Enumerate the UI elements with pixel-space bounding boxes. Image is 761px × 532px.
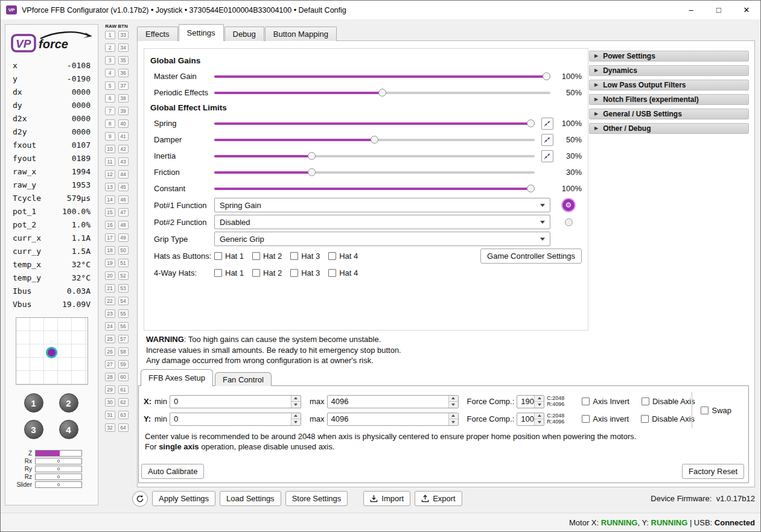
checkbox[interactable] bbox=[214, 252, 222, 260]
spin-up-button[interactable] bbox=[449, 396, 458, 402]
minimize-button[interactable]: – bbox=[677, 1, 705, 19]
checkbox[interactable] bbox=[252, 252, 260, 260]
y-min-input[interactable]: 0 bbox=[170, 413, 301, 426]
close-button[interactable]: ✕ bbox=[733, 1, 760, 19]
accordion-other-debug[interactable]: ▶Other / Debug bbox=[589, 123, 749, 134]
master-gain-slider[interactable] bbox=[214, 71, 550, 82]
checkbox-hat-4[interactable]: Hat 4 bbox=[328, 252, 358, 261]
x-force-comp-input[interactable]: 190 bbox=[517, 395, 544, 408]
inertia-curve-editor-button[interactable] bbox=[541, 150, 553, 162]
spin-up-button[interactable] bbox=[535, 396, 544, 402]
spring-curve-editor-button[interactable] bbox=[541, 118, 553, 130]
raw-btn-row: 638 bbox=[103, 94, 130, 103]
x-min-input[interactable]: 0 bbox=[170, 395, 301, 408]
checkbox[interactable] bbox=[214, 269, 222, 277]
pot-gear-icon[interactable]: ⚙ bbox=[561, 198, 576, 212]
tab-button-mapping[interactable]: Button Mapping bbox=[265, 27, 337, 41]
damper-slider[interactable] bbox=[214, 135, 535, 145]
slider-thumb[interactable] bbox=[308, 152, 316, 160]
y-disable-axis-checkbox[interactable]: Disable Axis bbox=[641, 414, 695, 423]
maximize-button[interactable]: □ bbox=[705, 1, 733, 19]
spin-up-button[interactable] bbox=[449, 413, 458, 420]
chevron-right-icon: ▶ bbox=[594, 97, 598, 102]
y-axis-invert-checkbox[interactable]: Axis invert bbox=[582, 414, 629, 423]
x-max-input[interactable]: 4096 bbox=[327, 395, 459, 408]
checkbox-hat-1[interactable]: Hat 1 bbox=[214, 252, 244, 261]
checkbox-hat-3[interactable]: Hat 3 bbox=[290, 268, 320, 277]
slider-thumb[interactable] bbox=[378, 89, 386, 97]
grip-type-select[interactable]: Generic Grip bbox=[214, 232, 550, 246]
y-force-comp-input[interactable]: 100 bbox=[517, 413, 544, 426]
checkbox-hat-1[interactable]: Hat 1 bbox=[214, 268, 244, 277]
checkbox[interactable] bbox=[582, 397, 590, 405]
pot-2-function-select[interactable]: Disabled bbox=[214, 215, 550, 229]
periodic-effects-slider[interactable] bbox=[214, 87, 550, 98]
export-button[interactable]: Export bbox=[415, 491, 462, 506]
tab-ffb-axes-setup[interactable]: FFB Axes Setup bbox=[141, 369, 213, 386]
y-max-input[interactable]: 4096 bbox=[327, 413, 459, 426]
auto-calibrate-button[interactable]: Auto Calibrate bbox=[141, 464, 204, 479]
spring-slider[interactable] bbox=[214, 118, 535, 129]
slider-thumb[interactable] bbox=[527, 119, 535, 127]
tab-fan-control[interactable]: Fan Control bbox=[215, 372, 272, 386]
checkbox[interactable] bbox=[641, 415, 649, 423]
game-controller-settings-button[interactable]: Game Controller Settings bbox=[480, 249, 582, 264]
inertia-slider[interactable] bbox=[214, 151, 535, 162]
spin-up-button[interactable] bbox=[291, 413, 301, 420]
checkbox[interactable] bbox=[642, 397, 649, 405]
slider-thumb[interactable] bbox=[527, 185, 535, 192]
raw-btn-42: 42 bbox=[118, 145, 129, 153]
raw-btn-19: 19 bbox=[105, 259, 115, 267]
checkbox-hat-4[interactable]: Hat 4 bbox=[328, 268, 358, 277]
checkbox[interactable] bbox=[290, 252, 298, 260]
tab-effects[interactable]: Effects bbox=[137, 27, 178, 41]
slider-thumb[interactable] bbox=[543, 72, 550, 80]
spin-down-button[interactable] bbox=[535, 419, 544, 425]
tab-debug[interactable]: Debug bbox=[224, 27, 264, 41]
checkbox[interactable] bbox=[701, 407, 708, 414]
refresh-button[interactable] bbox=[132, 491, 148, 507]
accordion-power-settings[interactable]: ▶Power Settings bbox=[589, 51, 749, 62]
checkbox-label: Hat 4 bbox=[339, 268, 358, 277]
slider-thumb[interactable] bbox=[371, 136, 378, 144]
swap-checkbox[interactable]: Swap bbox=[701, 406, 731, 415]
accordion-dynamics[interactable]: ▶Dynamics bbox=[589, 65, 749, 76]
slider-thumb[interactable] bbox=[308, 168, 316, 176]
store-settings-button[interactable]: Store Settings bbox=[285, 491, 348, 506]
accordion-general-usb-settings[interactable]: ▶General / USB Settings bbox=[589, 109, 749, 119]
checkbox[interactable] bbox=[290, 269, 298, 277]
telemetry-row-raw-y: raw_y1953 bbox=[13, 179, 91, 192]
friction-slider[interactable] bbox=[214, 167, 535, 178]
spin-down-button[interactable] bbox=[291, 402, 301, 408]
apply-settings-button[interactable]: Apply Settings bbox=[152, 491, 215, 506]
checkbox-hat-2[interactable]: Hat 2 bbox=[252, 268, 282, 277]
load-settings-button[interactable]: Load Settings bbox=[220, 491, 281, 506]
checkbox[interactable] bbox=[328, 252, 336, 260]
factory-reset-button[interactable]: Factory Reset bbox=[682, 464, 744, 479]
checkbox[interactable] bbox=[252, 269, 260, 277]
checkbox[interactable] bbox=[582, 415, 590, 423]
raw-btn-row: 1648 bbox=[103, 221, 130, 229]
checkbox-hat-2[interactable]: Hat 2 bbox=[252, 252, 282, 261]
x-axis-invert-checkbox[interactable]: Axis Invert bbox=[582, 397, 629, 406]
spin-up-button[interactable] bbox=[535, 413, 544, 420]
hat-row-4-way-hats: 4-Way Hats:Hat 1Hat 2Hat 3Hat 4 bbox=[150, 264, 582, 281]
slider-row-master-gain: Master Gain100% bbox=[150, 68, 582, 84]
checkbox-hat-3[interactable]: Hat 3 bbox=[290, 252, 320, 261]
import-button[interactable]: Import bbox=[363, 491, 410, 506]
spin-down-button[interactable] bbox=[291, 419, 301, 425]
raw-btn-58: 58 bbox=[118, 347, 129, 356]
accordion-low-pass-output-filters[interactable]: ▶Low Pass Output Filters bbox=[589, 80, 749, 90]
damper-curve-editor-button[interactable] bbox=[541, 134, 553, 146]
spin-down-button[interactable] bbox=[449, 402, 458, 408]
tab-settings[interactable]: Settings bbox=[179, 24, 224, 41]
checkbox[interactable] bbox=[328, 269, 336, 277]
spin-down-button[interactable] bbox=[449, 419, 458, 425]
x-disable-axis-checkbox[interactable]: Disable Axis bbox=[642, 397, 695, 406]
pot-1-function-select[interactable]: Spring Gain bbox=[214, 198, 550, 212]
constant-slider[interactable] bbox=[214, 183, 535, 194]
accordion-notch-filters-experimental[interactable]: ▶Notch Filters (experimental) bbox=[589, 94, 749, 105]
spin-down-button[interactable] bbox=[535, 402, 544, 408]
spin-up-button[interactable] bbox=[291, 396, 301, 402]
warning-line3: Any damage occurred from wrong configura… bbox=[146, 355, 401, 366]
